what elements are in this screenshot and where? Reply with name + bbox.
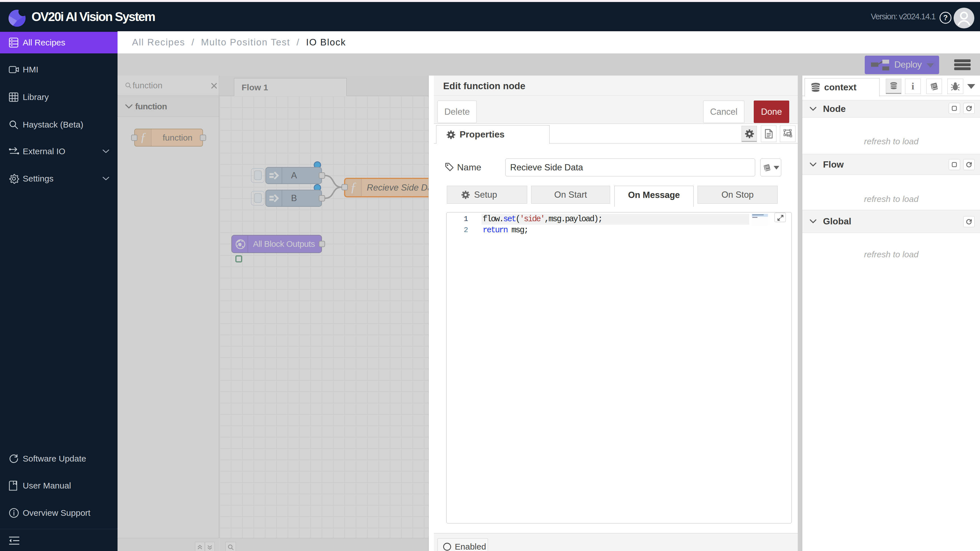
- svg-text:?: ?: [943, 13, 948, 22]
